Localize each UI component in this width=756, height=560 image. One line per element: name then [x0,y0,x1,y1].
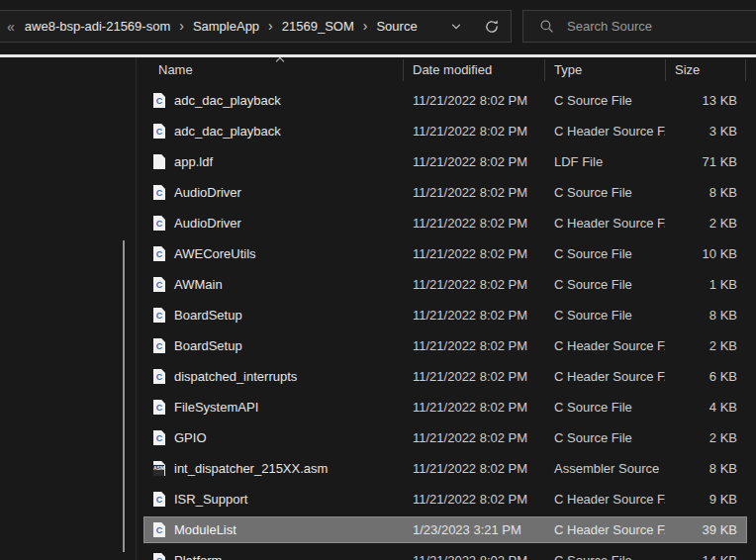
file-date: 11/21/2022 8:02 PM [403,400,544,415]
column-header-type[interactable]: Type [554,62,582,77]
c-file-icon: C [153,246,165,261]
column-header-name[interactable]: Name [158,62,193,77]
c-file-icon: C [153,185,165,200]
file-name: int_dispatcher_215XX.asm [174,461,328,476]
file-row[interactable]: CBoardSetup 11/21/2022 8:02 PM C Source … [137,300,756,330]
file-size: 9 KB [665,492,745,507]
address-bar[interactable]: « awe8-bsp-adi-21569-som › SampleApp › 2… [0,10,512,43]
file-row[interactable]: ASMint_dispatcher_215XX.asm 11/21/2022 8… [137,453,756,484]
file-name: GPIO [174,430,207,445]
sort-ascending-icon [276,57,284,65]
breadcrumb-item-root[interactable]: awe8-bsp-adi-21569-som [25,19,170,34]
file-row[interactable]: CAWECoreUtils 11/21/2022 8:02 PM C Sourc… [137,238,756,269]
file-size: 71 KB [665,154,745,169]
file-type: LDF File [544,154,665,169]
breadcrumb-overflow-icon[interactable]: « [7,19,15,35]
file-date: 11/21/2022 8:02 PM [403,93,544,108]
file-size: 6 KB [665,369,745,384]
file-row[interactable]: Cadc_dac_playback 11/21/2022 8:02 PM C H… [137,116,756,146]
breadcrumb-separator-icon: › [179,18,184,34]
file-type: C Source File [544,185,665,200]
column-resize-handle[interactable] [745,59,746,81]
file-type: C Header Source F... [544,338,665,353]
file-date: 11/21/2022 8:02 PM [403,124,544,139]
address-dropdown-button[interactable] [447,18,465,36]
refresh-button[interactable] [483,18,501,36]
file-row[interactable]: CPlatform 11/21/2022 8:02 PM C Source Fi… [137,545,756,560]
c-file-icon: C [153,522,165,537]
file-type: C Source File [544,308,665,323]
file-row[interactable]: Cadc_dac_playback 11/21/2022 8:02 PM C S… [137,85,756,116]
file-name: BoardSetup [174,308,242,323]
file-row[interactable]: CBoardSetup 11/21/2022 8:02 PM C Header … [137,330,756,361]
file-size: 14 KB [665,553,745,560]
file-type: C Source File [544,553,665,560]
file-row[interactable]: CISR_Support 11/21/2022 8:02 PM C Header… [137,484,756,514]
c-file-icon: C [153,93,165,108]
file-type: C Source File [544,93,665,108]
file-row[interactable]: CAWMain 11/21/2022 8:02 PM C Source File… [137,269,756,300]
c-file-icon: C [153,124,165,139]
file-name: adc_dac_playback [174,124,281,139]
search-icon [539,19,554,34]
file-row[interactable]: Cdispatched_interrupts 11/21/2022 8:02 P… [137,361,756,392]
file-size: 1 KB [665,277,745,292]
breadcrumb-separator-icon: › [363,18,368,34]
column-header-date-modified[interactable]: Date modified [413,62,492,77]
asm-file-icon: ASM [153,461,165,476]
file-date: 11/21/2022 8:02 PM [403,492,544,507]
file-name: AWMain [174,277,223,292]
file-date: 11/21/2022 8:02 PM [403,277,544,292]
column-resize-handle[interactable] [544,59,545,81]
file-row[interactable]: CAudioDriver 11/21/2022 8:02 PM C Header… [137,208,756,238]
file-date: 11/21/2022 8:02 PM [403,216,544,231]
document-file-icon [153,154,165,169]
breadcrumb-item-21569som[interactable]: 21569_SOM [282,19,354,34]
file-type: C Source File [544,277,665,292]
c-file-icon: C [153,277,165,292]
c-file-icon: C [153,553,165,560]
file-row-selected[interactable]: CModuleList 1/23/2023 3:21 PM C Header S… [137,514,756,545]
column-resize-handle[interactable] [403,59,404,81]
column-header-size[interactable]: Size [675,62,700,77]
breadcrumb-separator-icon: › [268,18,273,34]
column-resize-handle[interactable] [665,59,666,81]
file-size: 2 KB [665,216,745,231]
file-size: 39 KB [665,522,745,537]
file-name: Platform [174,553,222,560]
file-date: 11/21/2022 8:02 PM [403,308,544,323]
chevron-down-icon [449,20,463,34]
c-file-icon: C [153,492,165,507]
file-name: ModuleList [174,522,236,537]
file-size: 2 KB [665,430,745,445]
c-file-icon: C [153,216,165,231]
search-placeholder: Search Source [567,19,652,34]
nav-pane-scrollbar[interactable] [123,240,125,552]
file-type: C Source File [544,430,665,445]
c-file-icon: C [153,400,165,415]
file-name: ISR_Support [174,492,247,507]
file-date: 11/21/2022 8:02 PM [403,154,544,169]
refresh-icon [484,19,500,35]
c-file-icon: C [153,369,165,384]
search-input[interactable]: Search Source [522,10,756,43]
file-row[interactable]: CAudioDriver 11/21/2022 8:02 PM C Source… [137,177,756,208]
file-row[interactable]: CFileSystemAPI 11/21/2022 8:02 PM C Sour… [137,392,756,422]
file-row[interactable]: app.ldf 11/21/2022 8:02 PM LDF File 71 K… [137,146,756,177]
file-type: C Source File [544,246,665,261]
file-size: 8 KB [665,185,745,200]
file-date: 1/23/2023 3:21 PM [403,522,544,537]
file-list-body: Cadc_dac_playback 11/21/2022 8:02 PM C S… [137,85,756,560]
file-type: C Header Source F... [544,522,665,537]
file-type: C Header Source F... [544,124,665,139]
breadcrumb-item-sampleapp[interactable]: SampleApp [193,19,259,34]
file-row[interactable]: CGPIO 11/21/2022 8:02 PM C Source File 2… [137,422,756,453]
file-date: 11/21/2022 8:02 PM [403,369,544,384]
file-size: 13 KB [665,93,745,108]
file-type: C Header Source F... [544,492,665,507]
file-size: 8 KB [665,308,745,323]
breadcrumb-item-source[interactable]: Source [376,19,417,34]
file-size: 8 KB [665,461,745,476]
file-date: 11/21/2022 8:02 PM [403,430,544,445]
file-name: AWECoreUtils [174,246,256,261]
